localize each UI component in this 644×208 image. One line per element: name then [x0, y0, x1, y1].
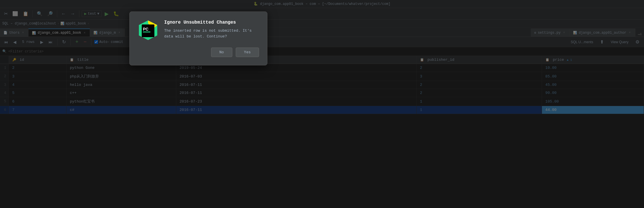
dialog-content: Ignore Unsubmitted Changes The inserted … — [164, 20, 259, 39]
svg-text:PC: PC — [143, 27, 148, 31]
modal-overlay: PC Ignore Unsubmitted Changes The insert… — [0, 0, 644, 208]
dialog-header: PC Ignore Unsubmitted Changes The insert… — [138, 20, 259, 41]
dialog-no-button[interactable]: No — [211, 48, 232, 57]
dialog-message: The inserted row is not submitted. It's … — [164, 28, 259, 39]
dialog-title: Ignore Unsubmitted Changes — [164, 20, 259, 25]
dialog-yes-button[interactable]: Yes — [236, 48, 259, 57]
dialog-buttons: No Yes — [138, 48, 259, 57]
dialog-ignore-changes: PC Ignore Unsubmitted Changes The insert… — [129, 12, 267, 65]
pycharm-logo: PC — [138, 20, 158, 41]
